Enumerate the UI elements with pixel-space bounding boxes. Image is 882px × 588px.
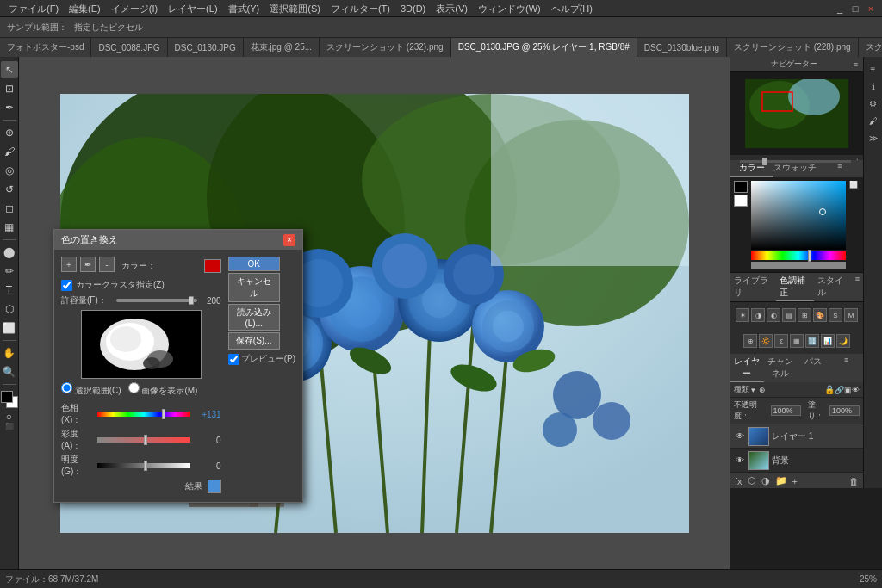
load-button[interactable]: 読み込み(L)... <box>228 304 280 331</box>
tab-7[interactable]: スクリーンショット (228).png <box>727 38 859 57</box>
layer-item-0[interactable]: 👁 レイヤー 1 <box>730 424 863 449</box>
delete-layer-button[interactable]: 🗑 <box>847 476 861 486</box>
adj-icon-4[interactable]: ▤ <box>782 308 796 322</box>
hue-slider-track[interactable] <box>97 412 190 417</box>
tolerance-slider[interactable] <box>116 299 197 302</box>
link-icon[interactable]: 🔗 <box>835 386 844 394</box>
maximize-button[interactable]: □ <box>848 1 863 16</box>
tab-3[interactable]: 花束.jpg @ 25... <box>244 38 320 57</box>
tool-eyedropper[interactable]: ✒ <box>1 99 18 116</box>
sat-slider-track[interactable] <box>97 437 190 443</box>
adj-icon-14[interactable]: 📊 <box>821 334 835 348</box>
tab-0[interactable]: フォトポスター-psd <box>0 38 91 57</box>
eyedropper-tool-1[interactable]: + <box>61 257 77 272</box>
right-icon-4[interactable]: 🖌 <box>866 113 881 128</box>
navigator-menu-icon[interactable]: ≡ <box>854 60 858 69</box>
minimize-button[interactable]: _ <box>832 1 848 16</box>
adj-icon-11[interactable]: Σ <box>774 334 788 348</box>
menu-view[interactable]: 表示(V) <box>431 0 473 17</box>
adj-icon-10[interactable]: 🔆 <box>759 334 773 348</box>
tool-pen[interactable]: ✏ <box>1 263 18 280</box>
tab-4[interactable]: スクリーンショット (232).png <box>320 38 451 57</box>
tool-brush[interactable]: 🖌 <box>1 143 18 160</box>
color-cluster-checkbox[interactable] <box>61 280 72 291</box>
bg-color-swatch[interactable] <box>734 195 748 207</box>
menu-file[interactable]: ファイル(F) <box>3 0 64 17</box>
tool-eraser[interactable]: ◻ <box>1 200 18 217</box>
hue-bar-thumb[interactable] <box>808 250 811 262</box>
color-panel-menu[interactable]: ≡ <box>817 160 863 177</box>
tool-text[interactable]: T <box>1 282 18 299</box>
eyedropper-tool-3[interactable]: - <box>99 257 115 272</box>
adj-icon-13[interactable]: 🔢 <box>805 334 819 348</box>
opacity-bar[interactable] <box>751 262 846 269</box>
sat-slider-thumb[interactable] <box>144 435 147 445</box>
result-color-swatch[interactable] <box>208 480 221 493</box>
eye-icon[interactable]: 👁 <box>852 386 860 394</box>
adj-icon-12[interactable]: ▦ <box>790 334 804 348</box>
right-icon-5[interactable]: ≫ <box>866 130 881 145</box>
right-icon-3[interactable]: ⚙ <box>866 96 881 111</box>
kind-icon[interactable]: ▾ <box>751 386 755 394</box>
dialog-close-button[interactable]: × <box>283 234 295 246</box>
tab-1[interactable]: DSC_0088.JPG <box>91 38 167 57</box>
tab-6[interactable]: DSC_0130blue.png <box>637 38 727 57</box>
tool-select[interactable]: ↖ <box>1 61 18 78</box>
adj-icon-1[interactable]: ☀ <box>736 308 749 322</box>
zoom-slider-thumb[interactable] <box>762 158 767 165</box>
menu-format[interactable]: 書式(Y) <box>223 0 265 17</box>
menu-select[interactable]: 選択範囲(S) <box>264 0 326 17</box>
fg-color-swatch[interactable] <box>734 181 748 193</box>
lock-icon[interactable]: 🔒 <box>824 385 835 394</box>
adj-icon-7[interactable]: S <box>829 308 842 322</box>
tab-channels[interactable]: チャンネル <box>764 354 798 382</box>
add-fx-button[interactable]: fx <box>732 476 745 486</box>
new-group-button[interactable]: 📁 <box>773 475 790 486</box>
tab-swatches[interactable]: スウォッチ <box>773 160 817 177</box>
adj-icon-5[interactable]: ⊞ <box>798 308 811 322</box>
tool-crop[interactable]: ⊡ <box>1 80 18 97</box>
fill-input[interactable] <box>829 405 860 416</box>
preview-checkbox[interactable] <box>228 354 239 365</box>
adj-icon-3[interactable]: ◐ <box>767 308 780 322</box>
tool-zoom[interactable]: 🔍 <box>1 363 18 381</box>
color-picker-dot[interactable] <box>819 208 826 215</box>
tab-adjustments[interactable]: 色調補正 <box>776 273 814 301</box>
menu-image[interactable]: イメージ(I) <box>106 0 163 17</box>
tab-layers[interactable]: レイヤー <box>730 354 764 382</box>
tab-8[interactable]: スクリーンショット (228).png <box>859 38 882 57</box>
close-button[interactable]: × <box>863 1 879 16</box>
adj-icon-8[interactable]: M <box>844 308 858 322</box>
tool-hand[interactable]: ✋ <box>1 344 18 362</box>
radio-selection-label[interactable]: 選択範囲(C) <box>61 382 121 397</box>
new-fill-layer-button[interactable]: ◑ <box>759 475 773 486</box>
eyedropper-tool-2[interactable]: ✒ <box>80 257 96 272</box>
dialog-title-bar[interactable]: 色の置き換え × <box>54 230 302 250</box>
screen-mode-button[interactable]: ⬛ <box>5 423 14 430</box>
tool-clone[interactable]: ◎ <box>1 162 18 179</box>
adj-icon-2[interactable]: ◑ <box>751 308 765 322</box>
filter-icon[interactable]: ⊕ <box>759 386 766 394</box>
tool-path[interactable]: ⬡ <box>1 300 18 318</box>
right-icon-1[interactable]: ≡ <box>866 61 881 77</box>
right-icon-2[interactable]: ℹ <box>866 78 881 94</box>
radio-image[interactable] <box>128 382 140 393</box>
menu-edit[interactable]: 編集(E) <box>64 0 106 17</box>
layer-item-1[interactable]: 👁 背景 <box>730 449 863 473</box>
tool-dodge[interactable]: ⬤ <box>1 244 18 261</box>
ok-button[interactable]: OK <box>228 257 280 271</box>
new-layer-button[interactable]: + <box>790 476 800 486</box>
tool-heal[interactable]: ⊕ <box>1 124 18 141</box>
opacity-input[interactable] <box>771 405 801 416</box>
adj-icon-9[interactable]: ⊕ <box>743 334 757 348</box>
navigator-header[interactable]: ナビゲーター ≡ <box>730 57 863 72</box>
foreground-color-box[interactable] <box>1 391 13 403</box>
cancel-button[interactable]: キャンセル <box>228 273 280 302</box>
tool-history[interactable]: ↺ <box>1 181 18 198</box>
tab-2[interactable]: DSC_0130.JPG <box>168 38 244 57</box>
menu-3d[interactable]: 3D(D) <box>395 0 431 17</box>
menu-help[interactable]: ヘルプ(H) <box>546 0 598 17</box>
fill-icon[interactable]: ▣ <box>844 386 852 394</box>
layers-menu-icon[interactable]: ≡ <box>830 354 864 382</box>
radio-image-label[interactable]: 画像を表示(M) <box>128 382 198 397</box>
